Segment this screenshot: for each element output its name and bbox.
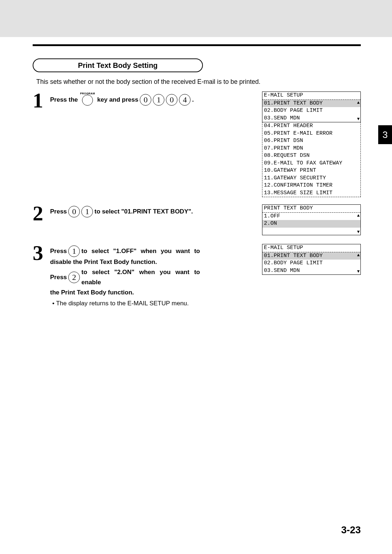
horizontal-rule [33,44,361,46]
keypad-2-icon: 2 [68,272,80,283]
step-number: 1 [33,91,50,197]
section-title-pill: Print Text Body Setting [33,58,203,72]
lcd-title: E-MAIL SETUP [262,244,360,252]
lcd-extended-list: 04.PRINT HEADER 05.PRINT E-MAIL ERROR 06… [262,122,361,197]
section-title-text: Print Text Body Setting [78,61,158,70]
keypad-0-icon: 0 [68,206,80,217]
step-1: 1 Press the PROGRAM key and press 0 1 0 … [33,91,361,197]
keypad-4-icon: 4 [179,94,191,106]
lcd-row: 08.REQUEST DSN [262,152,360,160]
lcd-row: 11.GATEWAY SECURITY [262,175,360,182]
step-3: 3 Press 1 to select "1.OFF" when you wan… [33,244,361,298]
text: disable the Print Text Body function. [50,257,157,267]
intro-text: This sets whether or not the body sectio… [36,78,361,86]
keypad-1-icon: 1 [81,206,93,217]
lcd-row [262,228,360,235]
lcd-row: 13.MESSAGE SIZE LIMIT [262,190,360,197]
text: Press the [50,95,78,105]
page-number: 3-23 [341,525,361,536]
content-area: Print Text Body Setting This sets whethe… [0,37,392,314]
step-number: 3 [33,244,50,298]
lcd-title: PRINT TEXT BODY [262,205,360,213]
down-arrow-icon: ▼ [357,269,360,274]
step-body: Press 0 1 to select "01.PRINT TEXT BODY"… [50,204,262,235]
lcd-row: 07.PRINT MDN [262,145,360,152]
up-arrow-icon: ▲ [357,101,360,105]
header-bar [0,0,392,37]
lcd-row: 2.ON [262,220,360,228]
scroll-arrows-icon: ▲ ▼ [357,213,360,235]
text: Press [50,246,67,256]
program-key-circle [82,95,93,106]
lcd-row: 10.GATEWAY PRINT [262,167,360,175]
text: Press [50,272,67,282]
lcd-row: 01.PRINT TEXT BODY [262,252,360,260]
lcd-row: 06.PRINT DSN [262,137,360,145]
keypad-1-icon: 1 [153,94,164,106]
down-arrow-icon: ▼ [357,117,360,121]
lcd-row: 01.PRINT TEXT BODY [262,100,360,107]
text: key and press [97,95,138,105]
lcd-display-2: PRINT TEXT BODY 1.OFF 2.ON ▲ ▼ [262,204,361,235]
lcd-row: 02.BODY PAGE LIMIT [262,260,360,267]
step-2: 2 Press 0 1 to select "01.PRINT TEXT BOD… [33,204,361,235]
lcd-row: 04.PRINT HEADER [262,122,360,130]
step-number: 2 [33,204,50,235]
keypad-1-icon: 1 [68,245,80,257]
step-body: Press the PROGRAM key and press 0 1 0 4 … [50,91,262,197]
text: to select "2.ON" when you want to enable [81,267,200,288]
manual-page: 3 Print Text Body Setting This sets whet… [0,0,392,554]
lcd-row: 05.PRINT E-MAIL ERROR [262,130,360,138]
program-key-icon: PROGRAM [80,92,95,106]
lcd-row: 12.CONFIRMATION TIMER [262,182,360,190]
text: to select "1.OFF" when you want to [81,246,200,256]
down-arrow-icon: ▼ [357,230,360,234]
keypad-0-icon: 0 [166,94,177,106]
lcd-title: E-MAIL SETUP [262,92,360,100]
lcd-row: 02.BODY PAGE LIMIT [262,107,360,115]
step-body: Press 1 to select "1.OFF" when you want … [50,244,262,298]
scroll-arrows-icon: ▲ ▼ [357,101,360,122]
lcd-display-1: E-MAIL SETUP 01.PRINT TEXT BODY 02.BODY … [262,91,361,197]
note-text: The display returns to the E-MAIL SETUP … [52,300,361,307]
up-arrow-icon: ▲ [357,213,360,218]
lcd-row: 03.SEND MDN [262,267,360,275]
keypad-0-icon: 0 [140,94,151,106]
text: Press [50,207,67,217]
text: to select "01.PRINT TEXT BODY". [94,207,193,217]
lcd-row: 03.SEND MDN [262,115,360,122]
lcd-row: 1.OFF [262,213,360,220]
text: . [192,95,194,105]
scroll-arrows-icon: ▲ ▼ [357,253,360,274]
lcd-display-3: E-MAIL SETUP 01.PRINT TEXT BODY 02.BODY … [262,244,361,298]
lcd-row: 09.E-MAIL TO FAX GATEWAY [262,160,360,167]
up-arrow-icon: ▲ [357,253,360,257]
text: the Print Text Body function. [50,288,134,298]
